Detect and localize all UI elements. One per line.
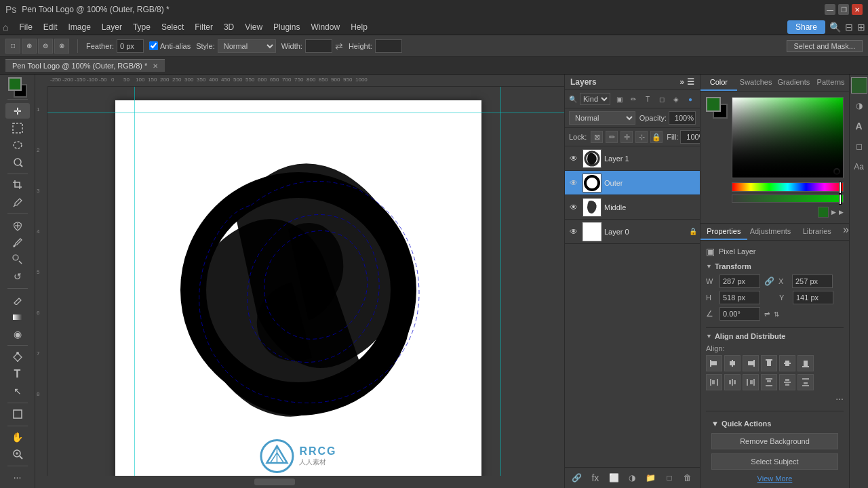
add-selection-btn[interactable]: ⊕: [22, 39, 37, 54]
layer-visibility-icon[interactable]: 👁: [568, 226, 580, 238]
filter-toggle[interactable]: ●: [684, 93, 696, 105]
align-right-edge-btn[interactable]: [743, 355, 759, 371]
filter-shape-icon[interactable]: ◻: [656, 93, 668, 105]
intersect-selection-btn[interactable]: ⊗: [54, 39, 69, 54]
color-opacity-slider[interactable]: [732, 195, 844, 203]
subtract-selection-btn[interactable]: ⊖: [38, 39, 53, 54]
flip-h-icon[interactable]: ⇌: [764, 310, 770, 318]
document-canvas[interactable]: RRCG 人人素材: [115, 100, 481, 476]
path-select-tool-btn[interactable]: ↖: [5, 384, 30, 399]
menu-plugins[interactable]: Plugins: [268, 21, 305, 33]
eyedropper-tool-btn[interactable]: [5, 195, 30, 210]
new-layer-icon[interactable]: □: [662, 470, 677, 485]
color-selector[interactable]: [5, 77, 30, 93]
layers-menu-icon[interactable]: ☰: [687, 77, 694, 87]
tab-swatches[interactable]: Swatches: [737, 75, 775, 91]
workspace-icon[interactable]: ⊟: [845, 22, 853, 33]
link-wh-icon[interactable]: 🔗: [764, 277, 774, 286]
view-more-link[interactable]: View More: [757, 474, 793, 483]
height-input[interactable]: [375, 39, 402, 53]
hand-tool-btn[interactable]: ✋: [5, 430, 30, 445]
blur-tool-btn[interactable]: ◉: [5, 326, 30, 342]
move-tool-btn[interactable]: ✛: [5, 103, 30, 119]
align-center-h-btn[interactable]: [724, 355, 741, 371]
add-mask-icon[interactable]: ⬜: [606, 470, 621, 485]
y-field[interactable]: 141 px: [793, 291, 833, 304]
layers-expand-icon[interactable]: »: [679, 77, 684, 87]
document-tab[interactable]: Pen Tool Logo @ 100% (Outer, RGB/8) * ✕: [5, 59, 165, 72]
filter-smart-icon[interactable]: ◈: [670, 93, 682, 105]
search-icon[interactable]: 🔍: [829, 22, 841, 33]
menu-view[interactable]: View: [239, 21, 268, 33]
menu-layer[interactable]: Layer: [96, 21, 127, 33]
menu-3d[interactable]: 3D: [218, 21, 239, 33]
layers-kind-select[interactable]: Kind: [580, 93, 610, 105]
x-field[interactable]: 257 px: [792, 274, 833, 288]
color-panel-icon[interactable]: [851, 77, 867, 94]
dist-right-btn[interactable]: [743, 374, 759, 390]
lock-position-icon[interactable]: ✛: [620, 131, 633, 143]
transform-header[interactable]: ▼ Transform: [706, 262, 844, 270]
lock-artboard-icon[interactable]: ⊹: [635, 131, 648, 143]
healing-tool-btn[interactable]: [5, 218, 30, 233]
angle-field[interactable]: 0.00°: [719, 307, 760, 321]
arrange-icon[interactable]: ⊞: [857, 22, 865, 33]
layer-visibility-icon[interactable]: 👁: [568, 152, 580, 165]
opacity-input[interactable]: [669, 111, 696, 125]
flip-v-icon[interactable]: ⇅: [774, 310, 779, 318]
marquee-tool-btn[interactable]: [5, 120, 30, 136]
adjustments-icon[interactable]: ◑: [851, 98, 867, 114]
menu-edit[interactable]: Edit: [38, 21, 63, 33]
gradient-tool-btn[interactable]: [5, 309, 30, 325]
tab-properties[interactable]: Properties: [701, 224, 747, 240]
align-bottom-edge-btn[interactable]: [797, 355, 814, 371]
share-button[interactable]: Share: [787, 20, 825, 34]
layer-row[interactable]: 👁 Outer: [565, 171, 700, 195]
filter-type-icon[interactable]: T: [642, 93, 654, 105]
maximize-button[interactable]: ❐: [838, 4, 849, 15]
align-top-edge-btn[interactable]: [761, 355, 777, 371]
shapes-strip-icon[interactable]: ◻: [851, 138, 867, 155]
tab-libraries[interactable]: Libraries: [793, 224, 840, 240]
layer-row[interactable]: 👁 Layer 1: [565, 146, 700, 171]
close-tab-button[interactable]: ✕: [153, 62, 158, 70]
select-subject-button[interactable]: Select Subject: [711, 453, 838, 470]
menu-filter[interactable]: Filter: [189, 21, 218, 33]
crop-tool-btn[interactable]: [5, 178, 30, 193]
quick-actions-header[interactable]: ▼ Quick Actions: [711, 420, 838, 428]
lock-transparent-icon[interactable]: ⊠: [591, 131, 603, 143]
more-options-icon[interactable]: ···: [835, 393, 844, 404]
style-select[interactable]: Normal Fixed Ratio Fixed Size: [218, 39, 276, 53]
tab-adjustments[interactable]: Adjustments: [747, 224, 794, 240]
type-icon[interactable]: A: [851, 118, 867, 134]
horizontal-scrollbar[interactable]: [47, 476, 564, 488]
new-group-icon[interactable]: 📁: [644, 470, 658, 485]
height-field[interactable]: 518 px: [719, 291, 760, 304]
swap-dimensions-icon[interactable]: ⇄: [335, 41, 343, 52]
dist-top-btn[interactable]: [761, 374, 777, 390]
props-expand-icon[interactable]: »: [843, 224, 849, 240]
color-hue-slider[interactable]: [732, 182, 844, 192]
zoom-tool-btn[interactable]: [5, 447, 30, 462]
menu-select[interactable]: Select: [156, 21, 189, 33]
align-header[interactable]: ▼ Align and Distribute: [706, 332, 844, 340]
pen-tool-btn[interactable]: [5, 349, 30, 365]
filter-pixel-icon[interactable]: ▣: [613, 93, 625, 105]
brush-tool-btn[interactable]: [5, 235, 30, 250]
layer-visibility-icon[interactable]: 👁: [568, 201, 580, 214]
quick-select-tool-btn[interactable]: [5, 155, 30, 170]
add-fx-icon[interactable]: fx: [588, 470, 603, 485]
tab-gradients[interactable]: Gradients: [775, 75, 813, 91]
feather-input[interactable]: [117, 39, 144, 53]
text-tool-btn[interactable]: T: [5, 366, 30, 382]
filter-adjust-icon[interactable]: ✏: [627, 93, 639, 105]
color-picker-cursor[interactable]: [833, 168, 840, 175]
dist-bottom-btn[interactable]: [797, 374, 814, 390]
new-selection-btn[interactable]: □: [5, 39, 20, 54]
menu-help[interactable]: Help: [345, 21, 373, 33]
tab-patterns[interactable]: Patterns: [812, 75, 849, 91]
close-button[interactable]: ✕: [852, 4, 863, 15]
layer-visibility-icon[interactable]: 👁: [568, 177, 580, 189]
menu-type[interactable]: Type: [127, 21, 156, 33]
remove-background-button[interactable]: Remove Background: [711, 433, 838, 449]
